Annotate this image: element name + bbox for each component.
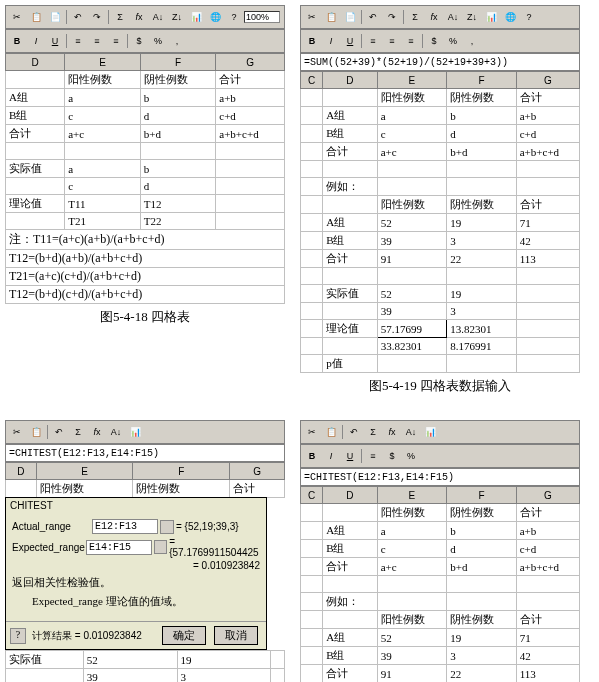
cell[interactable]: 例如：	[323, 178, 378, 196]
cell[interactable]: 阳性例数	[377, 196, 447, 214]
col-header[interactable]: C	[301, 72, 323, 89]
cell[interactable]: 39	[377, 232, 447, 250]
sum-icon[interactable]: Σ	[406, 8, 424, 26]
cell[interactable]	[6, 143, 65, 160]
cell[interactable]	[323, 576, 378, 593]
cell[interactable]: p值	[323, 355, 378, 373]
cell[interactable]: 阳性例数	[377, 504, 447, 522]
col-header[interactable]: F	[447, 487, 517, 504]
cell[interactable]	[323, 303, 378, 320]
paste-icon[interactable]: 📄	[46, 8, 64, 26]
cell[interactable]	[447, 355, 517, 373]
cell[interactable]: d	[447, 125, 517, 143]
cell[interactable]: B组	[323, 540, 378, 558]
cell[interactable]	[323, 611, 378, 629]
cell[interactable]: 52	[377, 214, 447, 232]
paste-icon[interactable]: 📄	[341, 8, 359, 26]
fx-icon[interactable]: fx	[383, 423, 401, 441]
cell[interactable]: 57.17699	[377, 320, 447, 338]
cell[interactable]: 阴性例数	[140, 71, 216, 89]
align-right-icon[interactable]: ≡	[107, 32, 125, 50]
chart-icon[interactable]: 📊	[482, 8, 500, 26]
cell[interactable]: 39	[377, 303, 447, 320]
cell[interactable]	[323, 338, 378, 355]
cell[interactable]: d	[447, 540, 517, 558]
cell[interactable]: 合计	[323, 250, 378, 268]
cell[interactable]: T11	[65, 195, 141, 213]
map-icon[interactable]: 🌐	[206, 8, 224, 26]
chart-icon[interactable]: 📊	[187, 8, 205, 26]
cell[interactable]: c	[65, 178, 141, 195]
cell[interactable]	[140, 143, 216, 160]
currency-icon[interactable]: $	[130, 32, 148, 50]
cell[interactable]	[301, 558, 323, 576]
zoom-box[interactable]: 100%	[244, 11, 280, 23]
cell[interactable]: 71	[516, 214, 579, 232]
cell[interactable]: 91	[377, 250, 447, 268]
cell[interactable]	[6, 669, 84, 683]
sum-icon[interactable]: Σ	[111, 8, 129, 26]
cell[interactable]: 实际值	[323, 285, 378, 303]
col-header[interactable]: F	[140, 54, 216, 71]
cell[interactable]: c+d	[216, 107, 285, 125]
cell[interactable]	[323, 268, 378, 285]
cell[interactable]: 阴性例数	[447, 611, 517, 629]
cell[interactable]: b	[447, 522, 517, 540]
align-left-icon[interactable]: ≡	[364, 32, 382, 50]
cell[interactable]	[216, 160, 285, 178]
cell[interactable]	[301, 647, 323, 665]
cell[interactable]: 8.176991	[447, 338, 517, 355]
comma-icon[interactable]: ,	[463, 32, 481, 50]
cell[interactable]	[447, 178, 517, 196]
ok-button[interactable]: 确定	[162, 626, 206, 645]
undo-icon[interactable]: ↶	[345, 423, 363, 441]
cell[interactable]: 阳性例数	[36, 480, 133, 498]
cell[interactable]	[301, 576, 323, 593]
col-header[interactable]: E	[377, 487, 447, 504]
cell[interactable]: 22	[447, 665, 517, 683]
col-header[interactable]: C	[301, 487, 323, 504]
cell[interactable]	[447, 268, 517, 285]
cell[interactable]	[377, 178, 447, 196]
cell[interactable]: a	[377, 522, 447, 540]
cell[interactable]	[271, 669, 285, 683]
percent-icon[interactable]: %	[402, 447, 420, 465]
cell[interactable]	[301, 665, 323, 683]
range-picker-icon[interactable]	[160, 520, 174, 534]
cell[interactable]: 113	[516, 665, 579, 683]
cell[interactable]: A组	[323, 214, 378, 232]
cell[interactable]	[301, 214, 323, 232]
copy-icon[interactable]: 📋	[27, 423, 45, 441]
align-center-icon[interactable]: ≡	[88, 32, 106, 50]
cell[interactable]: b+d	[447, 558, 517, 576]
cell[interactable]	[301, 303, 323, 320]
cell[interactable]	[216, 178, 285, 195]
undo-icon[interactable]: ↶	[69, 8, 87, 26]
cell[interactable]: 3	[447, 647, 517, 665]
cell[interactable]: a	[377, 107, 447, 125]
cell[interactable]: 合计	[516, 196, 579, 214]
cell[interactable]: A组	[323, 107, 378, 125]
sort-asc-icon[interactable]: A↓	[402, 423, 420, 441]
cut-icon[interactable]: ✂	[8, 423, 26, 441]
cell[interactable]: 合计	[516, 504, 579, 522]
redo-icon[interactable]: ↷	[88, 8, 106, 26]
spreadsheet-grid[interactable]: DEFG 阳性例数阴性例数合计A组aba+bB组cdc+d合计a+cb+da+b…	[5, 53, 285, 304]
cell[interactable]	[301, 285, 323, 303]
cell[interactable]	[323, 196, 378, 214]
col-header[interactable]: E	[377, 72, 447, 89]
cell[interactable]: B组	[323, 125, 378, 143]
cell[interactable]: 42	[516, 647, 579, 665]
underline-icon[interactable]: U	[46, 32, 64, 50]
col-header[interactable]: D	[323, 72, 378, 89]
cancel-button[interactable]: 取消	[214, 626, 258, 645]
cell[interactable]: 合计	[216, 71, 285, 89]
cell[interactable]	[301, 320, 323, 338]
cell[interactable]	[516, 161, 579, 178]
undo-icon[interactable]: ↶	[50, 423, 68, 441]
cell[interactable]	[301, 593, 323, 611]
cell[interactable]	[516, 285, 579, 303]
cell[interactable]: c+d	[516, 540, 579, 558]
cell[interactable]: 阳性例数	[377, 89, 447, 107]
cell[interactable]: 19	[447, 285, 517, 303]
